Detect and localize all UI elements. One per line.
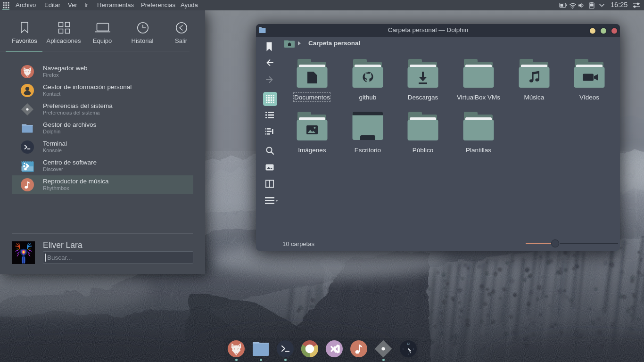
svg-text:6: 6: [408, 354, 409, 355]
svg-text:12: 12: [407, 342, 410, 345]
svg-text:3: 3: [413, 348, 414, 350]
svg-text:9: 9: [403, 348, 404, 350]
